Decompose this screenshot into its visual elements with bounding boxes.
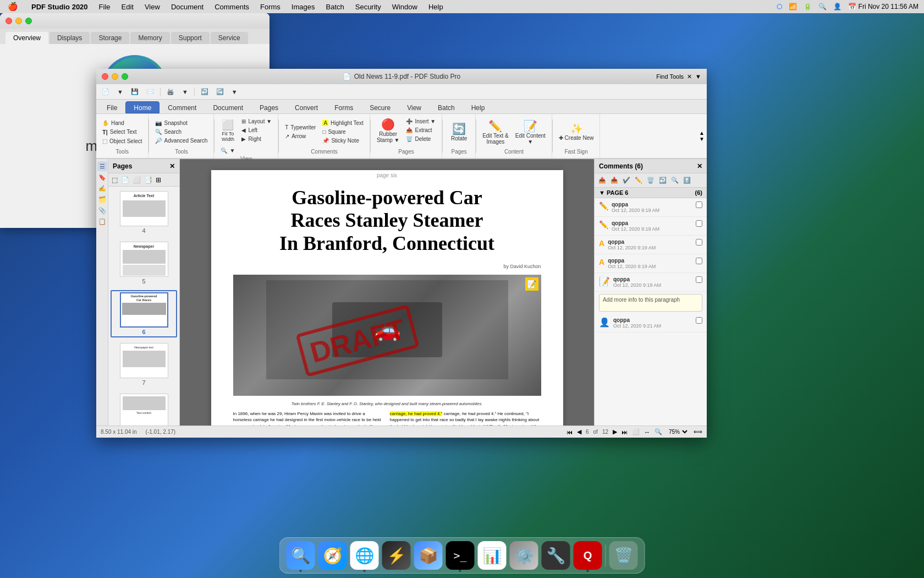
ribbon-scroll-down[interactable]: ▼ — [699, 136, 705, 142]
insert-button[interactable]: ➕ Insert ▼ — [403, 117, 438, 126]
dock-sysprefs[interactable]: ⚙️ — [510, 541, 538, 570]
sidebar-layers-icon[interactable]: 🗂️ — [97, 194, 107, 204]
object-select-button[interactable]: ⬚ Object Select — [100, 137, 145, 145]
highlight-text-button[interactable]: A Highlight Text — [320, 119, 366, 127]
zoom-button[interactable]: 🔍 ▼ — [218, 146, 274, 155]
comment-item-4[interactable]: A qoppa Oct 12, 2020 9:19 AM — [595, 254, 707, 273]
square-button[interactable]: □ Square — [320, 128, 366, 136]
user-icon[interactable]: 👤 — [833, 3, 842, 10]
find-tools-close[interactable]: ✕ — [687, 73, 692, 80]
tab-displays[interactable]: Displays — [50, 32, 90, 44]
tab-service[interactable]: Service — [211, 32, 248, 44]
rubber-stamp-button[interactable]: 🔴 RubberStamp ▼ — [374, 116, 403, 145]
tab-comment[interactable]: Comment — [160, 101, 205, 113]
typewriter-button[interactable]: T Typewriter — [282, 123, 318, 132]
menu-images[interactable]: Images — [292, 3, 315, 11]
dock-instruments[interactable]: 🔧 — [542, 541, 570, 570]
extract-button[interactable]: 📤 Extract — [403, 126, 438, 134]
select-text-button[interactable]: T| Select Text — [100, 128, 145, 137]
snapshot-button[interactable]: 📷 Snapshot — [152, 119, 210, 127]
zoom-slider-button[interactable]: ⟺ — [694, 428, 702, 435]
tab-pages[interactable]: Pages — [251, 101, 287, 113]
sidebar-form-icon[interactable]: 📋 — [97, 216, 107, 226]
dock-chrome[interactable]: 🌐 — [350, 541, 379, 570]
comments-page-header[interactable]: ▼ PAGE 6 (6) — [595, 188, 707, 198]
pages-tool-3[interactable]: ⬜ — [131, 175, 142, 185]
comment-item-3[interactable]: A qoppa Oct 12, 2020 9:19 AM — [595, 236, 707, 254]
print-button[interactable]: 🖨️ — [163, 87, 178, 96]
menu-app-name[interactable]: PDF Studio 2020 — [31, 3, 88, 11]
redo-button[interactable]: ↪️ — [213, 87, 227, 96]
comment-item-2[interactable]: ✏️ qoppa Oct 12, 2020 9:19 AM — [595, 217, 707, 236]
tab-overview[interactable]: Overview — [6, 32, 48, 44]
fit-to-width-button[interactable]: ⬜ Fit ToWidth — [218, 117, 238, 144]
apple-logo-icon[interactable]: 🍎 — [8, 2, 18, 12]
comments-panel-close[interactable]: ✕ — [697, 162, 702, 170]
sidebar-signatures-icon[interactable]: ✍️ — [97, 183, 107, 193]
sidebar-bookmarks-icon[interactable]: 🔖 — [97, 172, 107, 182]
comment-tool-8[interactable]: ⬆️ — [681, 176, 692, 185]
comment-checkbox-4[interactable] — [696, 258, 702, 264]
tab-file[interactable]: File — [98, 101, 125, 113]
sidebar-attachments-icon[interactable]: 📎 — [97, 205, 107, 215]
search-icon[interactable]: 🔍 — [818, 3, 827, 10]
redo-dropdown[interactable]: ▼ — [228, 88, 241, 96]
hand-tool-button[interactable]: ✋ Hand — [100, 119, 145, 127]
menu-file[interactable]: File — [99, 3, 111, 11]
tab-batch[interactable]: Batch — [430, 101, 463, 113]
pages-tool-5[interactable]: ⊞ — [155, 175, 162, 185]
prev-page-button[interactable]: ◀ — [577, 428, 581, 435]
delete-button[interactable]: 🗑️ Delete — [403, 135, 438, 143]
tab-document[interactable]: Document — [205, 101, 251, 113]
minimize-button[interactable] — [15, 18, 22, 24]
traffic-lights[interactable] — [6, 18, 32, 24]
edit-text-images-button[interactable]: ✏️ Edit Text &Images — [480, 118, 512, 146]
page-thumb-4[interactable]: Article Text 4 — [111, 189, 177, 236]
page-thumb-5[interactable]: Newspaper 5 — [111, 239, 177, 287]
fit-page-button[interactable]: ⬜ — [632, 428, 640, 435]
find-tools-expand[interactable]: ▼ — [695, 73, 701, 80]
comment-tool-2[interactable]: 📥 — [609, 176, 620, 185]
dock-appstore[interactable]: 📦 — [414, 541, 443, 570]
menu-document[interactable]: Document — [171, 3, 204, 11]
tab-view[interactable]: View — [399, 101, 430, 113]
pdf-maximize-button[interactable] — [122, 73, 128, 80]
comment-tool-5[interactable]: 🗑️ — [645, 176, 656, 185]
tab-home[interactable]: Home — [125, 101, 160, 113]
print-dropdown[interactable]: ▼ — [179, 88, 191, 96]
comment-checkbox-6[interactable] — [696, 317, 702, 324]
comment-item-5[interactable]: 📝 qoppa Oct 12, 2020 9:19 AM — [595, 273, 707, 292]
page-thumb-6[interactable]: Gasoline-poweredCar Races 6 — [111, 290, 177, 337]
edit-content-button[interactable]: 📝 Edit Content▼ — [513, 118, 548, 146]
comment-tool-3[interactable]: ✔️ — [621, 176, 632, 185]
dock-activity[interactable]: 📊 — [478, 541, 507, 570]
zoom-select[interactable]: 75% — [667, 428, 689, 435]
pdf-minimize-button[interactable] — [112, 73, 118, 80]
dock-terminal[interactable]: >_ — [446, 541, 475, 570]
dock-finder[interactable]: 🔍 — [287, 541, 315, 570]
menu-comments[interactable]: Comments — [215, 3, 249, 11]
comment-tool-1[interactable]: 📤 — [597, 176, 608, 185]
maximize-button[interactable] — [25, 18, 32, 24]
page-thumb-7[interactable]: Newspaper text 7 — [111, 341, 177, 388]
comment-tool-4[interactable]: ✏️ — [633, 176, 644, 185]
left-button[interactable]: ◀ Left — [239, 126, 274, 134]
menu-view[interactable]: View — [145, 3, 160, 11]
pages-tool-1[interactable]: ⬚ — [111, 175, 119, 185]
sticky-note-button[interactable]: 📌 Sticky Note — [320, 137, 366, 145]
menu-forms[interactable]: Forms — [260, 3, 280, 11]
comment-checkbox-3[interactable] — [696, 239, 702, 246]
save-button[interactable]: 💾 — [128, 87, 142, 96]
dock-spark[interactable]: ⚡ — [382, 541, 411, 570]
new-button[interactable]: 📄 — [98, 87, 113, 96]
undo-button[interactable]: ↩️ — [197, 87, 212, 96]
fit-width-status-button[interactable]: ↔ — [644, 429, 650, 435]
sticky-note[interactable]: 📝 — [525, 277, 538, 291]
arrow-button[interactable]: ↗ Arrow — [282, 132, 318, 140]
create-new-button[interactable]: ✨ ✚ Create New — [556, 121, 597, 143]
right-button[interactable]: ▶ Right — [239, 135, 274, 143]
rotate-button[interactable]: 🔄 Rotate — [448, 121, 470, 143]
dock-trash[interactable]: 🗑️ — [609, 541, 638, 570]
comment-checkbox-2[interactable] — [696, 220, 702, 227]
comment-item-6[interactable]: 👤 qoppa Oct 12, 2020 9:21 AM — [595, 314, 707, 332]
